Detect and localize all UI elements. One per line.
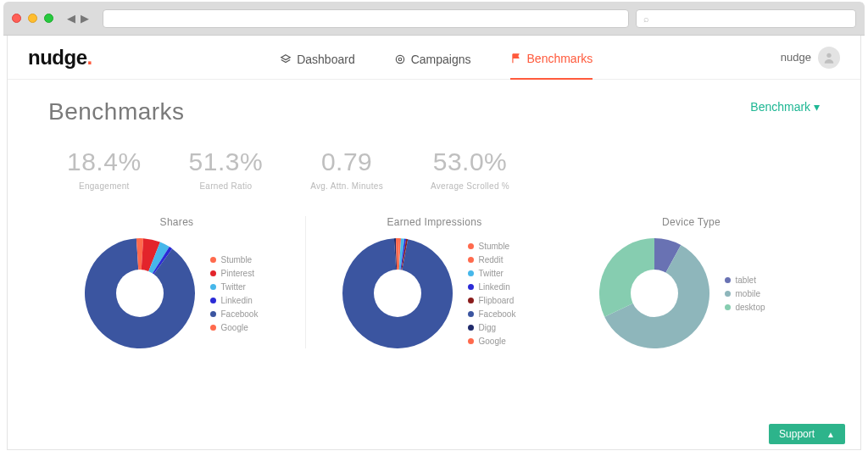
legend-label: tablet [736, 276, 756, 285]
nav-forward-icon[interactable]: ▶ [79, 12, 91, 25]
user-label: nudge [781, 51, 811, 64]
benchmark-dropdown[interactable]: Benchmark ▾ [750, 100, 820, 114]
legend-label: Google [479, 337, 506, 346]
dropdown-label: Benchmark [750, 100, 810, 114]
legend-item: desktop [725, 303, 784, 312]
legend-label: Stumble [479, 242, 510, 251]
chart-title: Device Type [662, 216, 721, 228]
legend-item: Flipboard [468, 296, 527, 305]
legend-label: Flipboard [479, 296, 515, 305]
nav-dashboard[interactable]: Dashboard [280, 36, 355, 80]
search-icon: ⌕ [643, 14, 649, 24]
metric-earned-ratio: 51.3% Earned Ratio [189, 148, 264, 191]
metric-value: 53.0% [431, 148, 509, 176]
chevron-up-icon: ▲ [826, 430, 835, 439]
legend-label: Linkedin [221, 296, 253, 305]
legend-swatch [468, 298, 474, 303]
metric-value: 0.79 [310, 148, 383, 176]
support-button[interactable]: Support ▲ [769, 424, 845, 444]
metric-label: Avg. Attn. Minutes [310, 181, 383, 191]
legend-device: tabletmobiledesktop [725, 276, 784, 312]
legend-item: Facebook [468, 309, 527, 319]
avatar [818, 47, 840, 69]
chart-title: Earned Impressions [387, 216, 481, 228]
window-min-dot[interactable] [28, 14, 37, 23]
metric-label: Earned Ratio [189, 181, 264, 191]
legend-swatch [725, 291, 731, 297]
nav-label: Benchmarks [527, 52, 593, 65]
legend-item: Google [210, 323, 270, 332]
metric-value: 18.4% [67, 148, 142, 176]
chart-shares: Shares StumblePinterestTwitterLinkedinFa… [48, 216, 305, 348]
charts-row: Shares StumblePinterestTwitterLinkedinFa… [48, 216, 820, 348]
nav-label: Campaigns [411, 53, 471, 66]
legend-item: Facebook [210, 309, 270, 319]
page-content: Benchmarks Benchmark ▾ 18.4% Engagement … [8, 80, 860, 449]
chart-device: Device Type tabletmobiledesktop [563, 216, 820, 348]
metric-label: Average Scrolled % [431, 181, 509, 191]
url-bar[interactable] [103, 9, 629, 28]
page-title: Benchmarks [48, 98, 820, 125]
legend-item: Reddit [468, 255, 527, 264]
logo[interactable]: nudge. [28, 46, 92, 70]
metrics-row: 18.4% Engagement 51.3% Earned Ratio 0.79… [48, 148, 820, 191]
legend-item: Twitter [210, 282, 270, 292]
legend-swatch [468, 257, 474, 263]
legend-swatch [210, 298, 216, 303]
legend-swatch [468, 270, 474, 276]
logo-text: nudge [28, 46, 87, 69]
legend-swatch [210, 257, 216, 263]
legend-swatch [725, 304, 731, 310]
legend-earned: StumbleRedditTwitterLinkedinFlipboardFac… [468, 242, 527, 346]
metric-value: 51.3% [189, 148, 264, 176]
legend-label: Google [221, 323, 248, 332]
legend-swatch [210, 270, 216, 276]
app-frame: nudge. Dashboard Campaigns Benchmarks [7, 36, 861, 450]
legend-label: Twitter [479, 269, 504, 278]
layers-icon [280, 53, 292, 65]
legend-item: Pinterest [210, 269, 270, 278]
legend-swatch [468, 243, 474, 249]
legend-label: Digg [479, 323, 497, 332]
legend-swatch [210, 284, 216, 290]
donut-earned [342, 238, 453, 348]
legend-label: Pinterest [221, 269, 254, 278]
metric-engagement: 18.4% Engagement [67, 148, 142, 191]
legend-swatch [468, 311, 474, 317]
legend-swatch [468, 284, 474, 290]
donut-device [599, 238, 709, 348]
legend-label: mobile [736, 289, 760, 298]
window-max-dot[interactable] [44, 14, 53, 23]
legend-item: mobile [725, 289, 784, 298]
legend-swatch [468, 338, 474, 344]
target-icon [394, 53, 406, 65]
window-close-dot[interactable] [12, 14, 21, 23]
browser-search[interactable]: ⌕ [636, 9, 856, 28]
legend-label: Stumble [221, 255, 253, 264]
legend-item: Twitter [468, 269, 527, 278]
legend-swatch [468, 325, 474, 331]
legend-swatch [725, 277, 731, 283]
svg-point-2 [826, 53, 831, 57]
svg-point-0 [396, 55, 403, 63]
chart-earned: Earned Impressions StumbleRedditTwitterL… [305, 216, 563, 348]
legend-item: Stumble [468, 242, 527, 251]
legend-swatch [210, 325, 216, 331]
legend-label: Reddit [479, 255, 504, 264]
legend-swatch [210, 311, 216, 317]
chart-title: Shares [160, 216, 194, 228]
metric-attn: 0.79 Avg. Attn. Minutes [310, 148, 383, 191]
nav-benchmarks[interactable]: Benchmarks [510, 36, 593, 80]
metric-scrolled: 53.0% Average Scrolled % [431, 148, 509, 191]
legend-label: Facebook [479, 309, 516, 319]
nav-campaigns[interactable]: Campaigns [394, 36, 471, 80]
legend-shares: StumblePinterestTwitterLinkedinFacebookG… [210, 255, 270, 332]
user-menu[interactable]: nudge [781, 47, 840, 69]
top-nav: Dashboard Campaigns Benchmarks [92, 36, 781, 80]
flag-icon [510, 53, 522, 64]
svg-point-1 [398, 58, 402, 61]
legend-label: Twitter [221, 282, 246, 292]
metric-label: Engagement [67, 181, 142, 191]
legend-item: Stumble [210, 255, 270, 264]
nav-back-icon[interactable]: ◀ [65, 12, 77, 25]
